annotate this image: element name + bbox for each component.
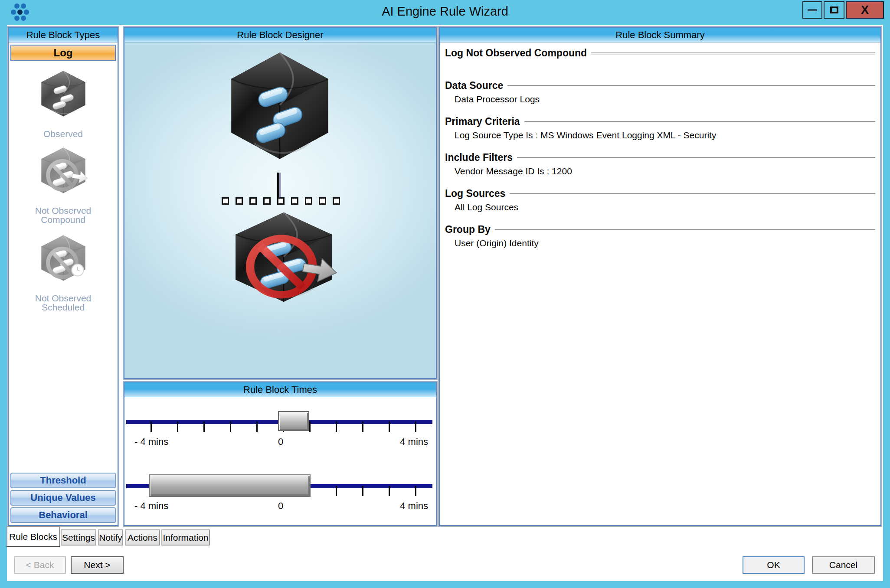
section-value: Log Source Type Is : MS Windows Event Lo…: [455, 130, 875, 141]
rule-block-types-panel: Rule Block Types Log Observed Not Observ…: [8, 27, 118, 526]
section-divider: [524, 121, 875, 123]
rule-block-times-panel: Rule Block Times - 4 mins 0 4 mins - 4 m…: [124, 382, 437, 526]
section-divider: [510, 193, 875, 195]
rule-block-designer-panel: Rule Block Designer: [124, 27, 437, 379]
summary-section-include-filters: Include Filters Vendor Message ID Is : 1…: [445, 151, 875, 177]
section-divider: [591, 52, 875, 55]
rule-block-type-list: Observed Not Observed Compound Not Obser…: [9, 69, 118, 312]
tick-mark: [389, 486, 390, 496]
summary-section-primary-criteria: Primary Criteria Log Source Type Is : MS…: [445, 115, 875, 141]
tab-actions[interactable]: Actions: [125, 529, 160, 546]
tick-mark: [362, 421, 363, 432]
section-value: All Log Sources: [455, 202, 875, 213]
tab-notify[interactable]: Notify: [98, 529, 123, 546]
rule-block-times-content: - 4 mins 0 4 mins - 4 mins 0 4 mins: [124, 397, 436, 525]
back-button[interactable]: < Back: [14, 556, 66, 574]
minimize-button[interactable]: [802, 1, 822, 19]
section-label: Data Source: [445, 79, 503, 91]
tick-mark: [256, 421, 258, 432]
tab-settings[interactable]: Settings: [61, 529, 96, 546]
rule-block-designer-header: Rule Block Designer: [124, 28, 436, 42]
tick-mark: [336, 421, 337, 432]
section-divider: [495, 229, 875, 231]
close-icon: X: [861, 3, 869, 17]
rule-block-times-header: Rule Block Times: [124, 382, 436, 397]
tick-mark: [230, 421, 231, 432]
section-divider: [517, 157, 875, 159]
tick-mark: [415, 486, 416, 496]
summary-rule-title: Log Not Observed Compound: [445, 47, 587, 59]
ok-button[interactable]: OK: [743, 556, 805, 574]
tick-mark: [177, 421, 178, 432]
rule-block-summary-header: Rule Block Summary: [440, 28, 880, 42]
selection-handle[interactable]: [222, 197, 229, 205]
category-button-group: Threshold Unique Values Behavioral: [10, 471, 116, 523]
section-value: Data Processor Logs: [455, 94, 875, 105]
minimize-icon: [808, 9, 817, 11]
section-label: Include Filters: [445, 151, 513, 163]
tick-mark: [362, 486, 363, 496]
summary-section-data-source: Data Source Data Processor Logs: [445, 79, 875, 105]
not-observed-scheduled-cube-icon: [35, 234, 92, 282]
selection-handle[interactable]: [263, 197, 271, 205]
rule-block-type-not-observed-compound[interactable]: Not Observed Compound: [24, 146, 102, 224]
range-zero-label: 0: [255, 500, 307, 512]
behavioral-category-button[interactable]: Behavioral: [10, 507, 116, 523]
window-title: AI Engine Rule Wizard: [0, 4, 890, 19]
active-tab-underline: [7, 546, 60, 547]
range-min-label: - 4 mins: [134, 500, 168, 512]
designer-canvas[interactable]: [124, 42, 436, 378]
unique-values-category-button[interactable]: Unique Values: [10, 490, 116, 506]
slider-max-label: 4 mins: [385, 436, 428, 448]
rule-block-type-not-observed-scheduled[interactable]: Not Observed Scheduled: [24, 234, 102, 312]
summary-section-log-sources: Log Sources All Log Sources: [445, 187, 875, 213]
range-max-label: 4 mins: [385, 500, 428, 512]
close-button[interactable]: X: [846, 1, 884, 19]
slider-min-label: - 4 mins: [134, 436, 168, 448]
rule-block-type-observed[interactable]: Observed: [24, 69, 102, 138]
rule-block-type-label: Not Observed Compound: [24, 206, 102, 224]
cancel-button[interactable]: Cancel: [812, 556, 875, 574]
slider-zero-label: 0: [255, 436, 307, 448]
tick-mark: [389, 421, 390, 432]
rule-block-summary-content: Log Not Observed Compound Data Source Da…: [440, 42, 880, 525]
log-category-button[interactable]: Log: [10, 45, 116, 61]
not-observed-compound-cube-icon: [35, 146, 92, 195]
section-value: User (Origin) Identity: [455, 238, 875, 249]
tick-mark: [336, 486, 337, 496]
tick-mark: [203, 421, 205, 432]
rule-block-type-label: Not Observed Scheduled: [24, 294, 102, 312]
window-titlebar: AI Engine Rule Wizard X: [0, 0, 890, 25]
tab-information[interactable]: Information: [161, 529, 210, 546]
selection-handle[interactable]: [277, 197, 285, 205]
section-label: Primary Criteria: [445, 115, 520, 127]
maximize-icon: [830, 7, 838, 13]
maximize-button[interactable]: [824, 1, 844, 19]
selection-handle[interactable]: [249, 197, 257, 205]
section-value: Vendor Message ID Is : 1200: [455, 166, 875, 177]
section-divider: [507, 85, 875, 87]
section-label: Group By: [445, 223, 491, 235]
summary-section-group-by: Group By User (Origin) Identity: [445, 223, 875, 249]
observed-cube-icon: [35, 69, 92, 118]
rule-block-type-label: Observed: [24, 129, 102, 138]
observed-log-cube-graphic[interactable]: [223, 49, 336, 163]
tick-mark: [309, 421, 311, 432]
section-label: Log Sources: [445, 187, 505, 199]
rule-block-types-header: Rule Block Types: [9, 28, 118, 42]
threshold-category-button[interactable]: Threshold: [10, 473, 116, 488]
time-range-bar[interactable]: [149, 474, 311, 497]
selection-handles: [222, 197, 340, 315]
selection-handle[interactable]: [236, 197, 243, 205]
tab-rule-blocks[interactable]: Rule Blocks: [7, 526, 60, 546]
next-button[interactable]: Next >: [71, 556, 124, 574]
tick-mark: [151, 421, 152, 432]
selection-handle[interactable]: [291, 197, 298, 205]
selection-handle[interactable]: [333, 197, 340, 205]
rule-block-summary-panel: Rule Block Summary Log Not Observed Comp…: [439, 27, 881, 526]
time-slider-thumb[interactable]: [278, 411, 309, 431]
tick-mark: [415, 421, 416, 432]
selection-handle[interactable]: [305, 197, 312, 205]
selection-handle[interactable]: [319, 197, 326, 205]
